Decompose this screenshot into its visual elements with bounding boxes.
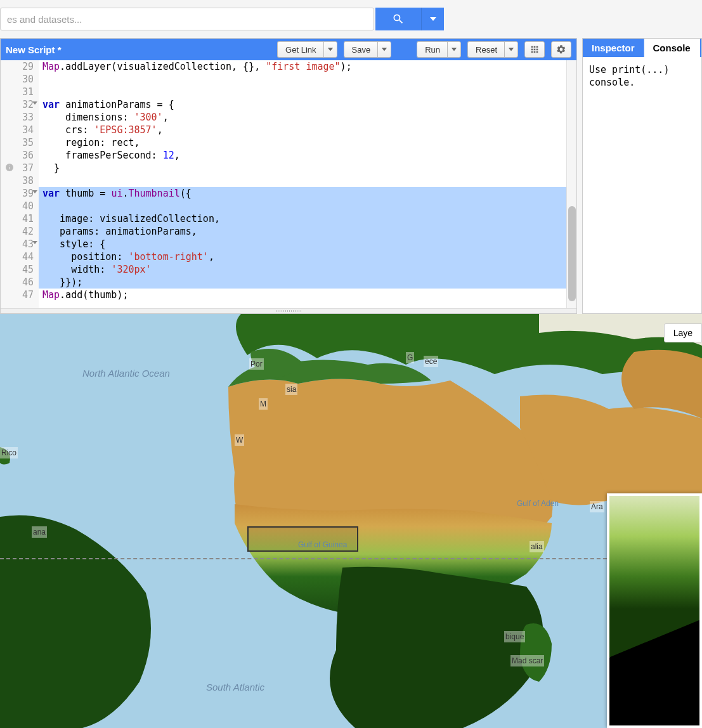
line-number: 46 [8,276,34,289]
line-number: 41 [8,212,34,225]
line-number: 39 [8,187,34,200]
caret-down-icon [509,47,514,52]
search-bar [0,0,702,38]
fold-arrow-icon[interactable] [32,101,37,105]
label-bique: bique [504,631,525,642]
label-rico: Rico [0,447,18,458]
code-line[interactable]: var thumb = ui.Thumbnail({ [39,187,576,200]
run-dropdown[interactable] [447,41,461,58]
caret-down-icon [452,47,457,52]
search-button[interactable] [375,8,421,30]
code-line[interactable]: image: visualizedCollection, [39,212,576,225]
code-line[interactable] [42,86,576,98]
code-line[interactable] [42,174,576,187]
console-output: Use print(...) console. [583,57,701,95]
label-gulf-guinea: Gulf of Guinea [298,539,347,550]
code-line[interactable]: } [42,162,576,174]
line-number: 30 [8,73,34,86]
label-south-atlantic: South Atlantic [206,682,264,693]
label-w: W [235,434,244,446]
label-madagascar: Mad scar [510,655,544,666]
get-link-dropdown[interactable] [323,41,337,58]
reset-button[interactable]: Reset [467,41,505,58]
code-line[interactable]: dimensions: '300', [42,111,576,124]
script-title: New Script * [6,44,277,55]
line-number: 34 [8,124,34,136]
search-input[interactable] [0,8,374,30]
label-ara: Ara [590,501,604,512]
editor-scrollbar[interactable] [566,60,576,308]
layers-button[interactable]: Laye [664,323,702,342]
map-panel[interactable]: North Atlantic Ocean South Atlantic Por … [0,314,702,728]
code-line[interactable]: }}); [39,276,576,289]
label-ana: ana [32,526,47,538]
caret-down-icon [430,16,436,22]
search-icon [392,13,405,25]
grid-icon [530,44,540,55]
apps-button[interactable] [524,41,545,58]
caret-down-icon [328,47,333,52]
code-line[interactable]: Map.addLayer(visualizedCollection, {}, "… [42,60,576,73]
code-line[interactable]: params: animationParams, [39,225,576,238]
search-dropdown-button[interactable] [421,8,444,30]
side-panel-tabs: Inspector Console [583,39,701,57]
line-number: 29 [8,60,34,73]
line-number: 47 [8,289,34,301]
line-number: 36 [8,149,34,162]
code-line[interactable]: style: { [39,238,576,250]
code-line[interactable]: var animationParams = { [42,98,576,111]
line-number: 32 [8,98,34,111]
info-icon[interactable]: i [6,164,13,171]
code-line[interactable]: Map.add(thumb); [42,289,576,301]
code-line[interactable]: region: rect, [42,136,576,149]
code-editor[interactable]: 293031323334353637i38394041424344454647 … [1,60,576,308]
reset-dropdown[interactable] [504,41,518,58]
line-number: 33 [8,111,34,124]
fold-arrow-icon[interactable] [32,241,37,244]
equator-line [0,558,702,559]
label-north-atlantic: North Atlantic Ocean [82,368,170,379]
run-button[interactable]: Run [417,41,448,58]
editor-header: New Script * Get Link Save Run Reset [1,39,576,60]
tab-console[interactable]: Console [644,39,700,57]
code-line[interactable]: crs: 'EPSG:3857', [42,124,576,136]
line-number: 40 [8,200,34,212]
thumbnail-widget[interactable] [607,493,702,728]
line-number: 43 [8,238,34,250]
side-panel: Inspector Console Use print(...) console… [582,38,702,314]
line-number: 31 [8,86,34,98]
code-line[interactable]: framesPerSecond: 12, [42,149,576,162]
caret-down-icon [382,47,387,52]
code-line[interactable]: position: 'bottom-right', [39,250,576,263]
editor-panel: New Script * Get Link Save Run Reset [0,38,577,314]
gear-icon [556,44,566,55]
settings-button[interactable] [551,41,571,58]
fold-arrow-icon[interactable] [32,190,37,193]
line-number: 35 [8,136,34,149]
main-panels: New Script * Get Link Save Run Reset [0,38,702,314]
label-alia: alia [530,541,544,552]
get-link-button[interactable]: Get Link [277,41,323,58]
save-button[interactable]: Save [344,41,379,58]
line-number: 42 [8,225,34,238]
line-number: 44 [8,250,34,263]
line-number: 45 [8,263,34,276]
label-sia: sia [285,384,297,395]
label-gulf-aden: Gulf of Aden [517,498,559,509]
code-line[interactable] [42,73,576,86]
label-m: M [259,398,268,410]
label-greece-ece: ece [424,356,438,367]
code-line[interactable]: width: '320px' [39,263,576,276]
code-line[interactable] [39,200,576,212]
tab-inspector[interactable]: Inspector [583,39,644,57]
scroll-thumb[interactable] [568,206,576,301]
editor-toolbar: Get Link Save Run Reset [277,41,571,58]
line-number: 37i [8,162,34,174]
save-dropdown[interactable] [377,41,391,58]
panel-resize-handle[interactable] [1,308,576,313]
line-number: 38 [8,174,34,187]
label-greece-g: G [406,352,414,363]
label-portugal: Por [249,358,264,370]
